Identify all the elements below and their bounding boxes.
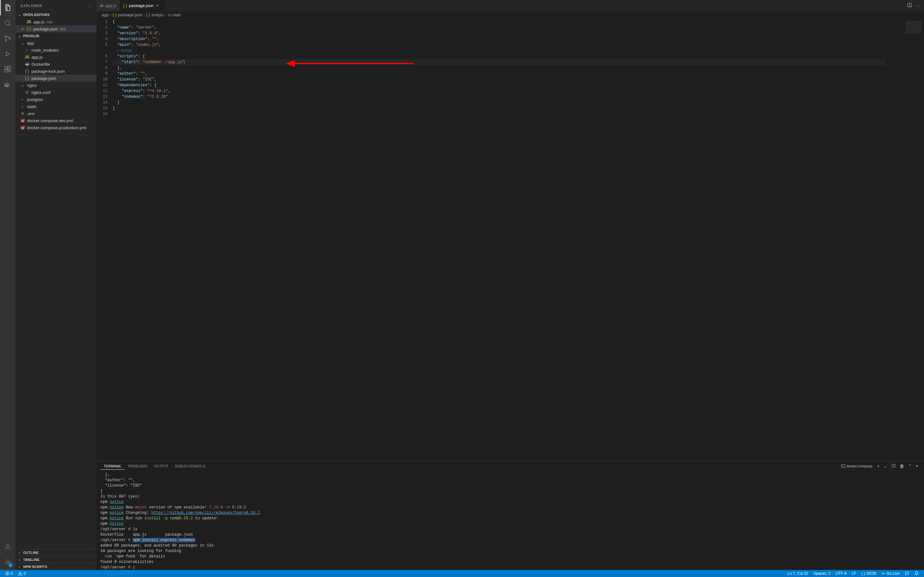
tab-label: package.json <box>129 3 153 8</box>
editor-tab[interactable]: { }package.json× <box>120 0 165 11</box>
section-open-editors[interactable]: ⌄ OPEN EDITORS <box>15 11 97 18</box>
activity-run-debug[interactable] <box>0 46 15 61</box>
section-timeline[interactable]: › TIMELINE <box>15 556 97 563</box>
chevron-down-icon: ⌄ <box>17 13 22 17</box>
status-language[interactable]: { } JSON <box>861 571 877 576</box>
chevron-right-icon: › <box>24 47 29 53</box>
tree-label: .env <box>27 111 35 116</box>
svg-point-4 <box>6 55 7 56</box>
activity-bar: 1 <box>0 0 15 570</box>
editor-tabs: JSapp.js{ }package.json×··· <box>97 0 924 11</box>
breadcrumb-item[interactable]: app <box>102 13 109 17</box>
file-item[interactable]: { }package-lock.json <box>15 68 97 75</box>
more-icon[interactable]: ··· <box>916 3 919 8</box>
breadcrumb-item[interactable]: { }scripts <box>146 13 164 17</box>
file-dir: app <box>60 27 66 31</box>
activity-search[interactable] <box>0 15 15 31</box>
open-editor-item[interactable]: ×{ }package.jsonapp <box>15 25 97 32</box>
file-item[interactable]: 🐙docker-compose.production.yml <box>15 124 97 131</box>
activity-settings[interactable]: 1 <box>0 554 15 570</box>
folder-item[interactable]: ›node_modules <box>15 47 97 53</box>
folder-item[interactable]: ⌄nginx <box>15 82 97 89</box>
file-item[interactable]: ⚙.env <box>15 110 97 117</box>
status-go-live[interactable]: Go Live <box>881 571 900 576</box>
close-panel-icon[interactable]: × <box>916 464 918 469</box>
status-errors[interactable]: 0 <box>5 571 13 576</box>
chevron-right-icon: › <box>17 551 22 554</box>
section-npm-scripts[interactable]: › NPM SCRIPTS <box>15 563 97 570</box>
svg-rect-12 <box>842 464 845 467</box>
panel-tab[interactable]: OUTPUT <box>151 463 172 469</box>
svg-point-3 <box>9 38 11 39</box>
tree-label: postgres <box>27 97 43 102</box>
open-editor-item[interactable]: ×JSapp.jsapp <box>15 18 97 25</box>
tree-label: nginx <box>27 83 37 88</box>
chevron-right-icon: › <box>20 97 25 102</box>
tree-label: static <box>27 104 37 109</box>
chevron-down-icon: ⌄ <box>17 34 22 38</box>
chevron-down-icon: ⌄ <box>20 40 25 45</box>
file-item[interactable]: { }package.json <box>15 75 97 82</box>
breadcrumb-item[interactable]: ▭start <box>168 13 181 17</box>
activity-explorer[interactable] <box>0 0 15 15</box>
maximize-panel-icon[interactable]: ⌃ <box>908 464 912 469</box>
tab-label: app.js <box>105 3 116 8</box>
split-terminal-icon[interactable] <box>891 464 896 469</box>
folder-item[interactable]: ›postgres <box>15 96 97 103</box>
tree-label: package.json <box>31 76 56 81</box>
activity-accounts[interactable] <box>0 539 15 554</box>
chevron-right-icon: › <box>17 565 22 569</box>
kill-terminal-icon[interactable]: 🗑 <box>900 464 904 469</box>
sidebar-more-icon[interactable]: ··· <box>87 4 91 8</box>
activity-source-control[interactable] <box>0 31 15 46</box>
status-feedback-icon[interactable] <box>905 571 909 576</box>
file-item[interactable]: 🐙docker-compose.dev.yml <box>15 117 97 124</box>
section-workspace[interactable]: ⌄ PROGLIB <box>15 32 97 39</box>
close-icon[interactable]: × <box>156 3 162 8</box>
status-warnings[interactable]: 0 <box>18 571 26 576</box>
minimap[interactable] <box>885 18 924 461</box>
chevron-down-icon: ⌄ <box>20 83 25 88</box>
status-cursor-position[interactable]: Ln 7, Col 32 <box>787 571 808 576</box>
tree-label: nginx.conf <box>31 90 50 95</box>
svg-point-10 <box>7 561 9 563</box>
tree-label: package-lock.json <box>31 69 65 74</box>
breadcrumb[interactable]: app›{ }package.json›{ }scripts›▭start <box>97 11 924 18</box>
folder-item[interactable]: ⌄app <box>15 39 97 47</box>
status-eol[interactable]: LF <box>852 571 856 576</box>
section-outline[interactable]: › OUTLINE <box>15 549 97 556</box>
editor-tab[interactable]: JSapp.js <box>97 0 120 11</box>
status-bell-icon[interactable] <box>914 571 919 576</box>
file-label: package.json <box>33 27 58 31</box>
file-item[interactable]: JSapp.js <box>15 53 97 61</box>
terminal-output[interactable]: }, "author": "", "license": "ISC"}Is thi… <box>97 471 924 570</box>
sidebar: EXPLORER ··· ⌄ OPEN EDITORS ×JSapp.jsapp… <box>15 0 97 570</box>
terminal-profile[interactable]: docker-compose <box>841 464 872 468</box>
svg-point-2 <box>5 40 7 41</box>
tree-label: docker-compose.dev.yml <box>27 118 73 123</box>
status-indentation[interactable]: Spaces: 2 <box>813 571 830 576</box>
line-numbers: 12345678910111213141516 <box>97 18 113 461</box>
tree-label: app <box>27 41 34 45</box>
tree-label: node_modules <box>31 48 59 53</box>
status-encoding[interactable]: UTF-8 <box>836 571 846 576</box>
panel-tab[interactable]: TERMINAL <box>100 463 125 470</box>
activity-docker[interactable] <box>0 77 15 92</box>
annotation-arrow <box>286 60 414 67</box>
new-terminal-icon[interactable]: + <box>877 464 880 469</box>
file-item[interactable]: ⚙nginx.conf <box>15 89 97 96</box>
breadcrumb-item[interactable]: { }package.json <box>113 13 142 17</box>
panel-tab[interactable]: PROBLEMS <box>125 463 151 469</box>
activity-extensions[interactable] <box>0 61 15 77</box>
svg-rect-8 <box>8 70 10 72</box>
sidebar-title: EXPLORER <box>21 4 42 8</box>
file-item[interactable]: 🐳Dockerfile <box>15 61 97 68</box>
folder-item[interactable]: ›static <box>15 103 97 110</box>
close-icon[interactable]: × <box>21 27 26 31</box>
split-editor-icon[interactable] <box>907 3 912 9</box>
editor-content[interactable]: { "name": "server", "version": "1.0.0", … <box>113 18 885 461</box>
svg-point-1 <box>5 36 7 37</box>
file-dir: app <box>47 19 53 24</box>
panel-tab[interactable]: DEBUG CONSOLE <box>172 463 209 469</box>
terminal-dropdown-icon[interactable]: ⌄ <box>884 464 887 469</box>
